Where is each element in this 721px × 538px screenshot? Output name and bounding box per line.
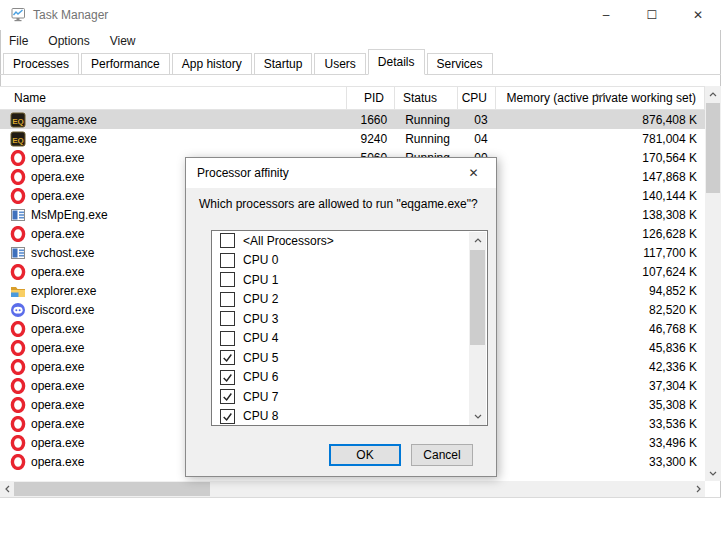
cpu-checkbox-item[interactable]: CPU 5 xyxy=(212,348,487,368)
cpu-checkbox-item[interactable]: CPU 0 xyxy=(212,251,487,271)
process-memory: 42,336 K xyxy=(498,360,705,374)
task-manager-window: Task Manager – ☐ ✕ FileOptionsView Proce… xyxy=(0,0,721,538)
horizontal-scrollbar[interactable] xyxy=(0,481,705,497)
process-memory: 107,624 K xyxy=(498,265,705,279)
process-memory: 46,768 K xyxy=(498,322,705,336)
checkbox[interactable] xyxy=(220,370,235,385)
process-memory: 35,308 K xyxy=(498,398,705,412)
tab-startup[interactable]: Startup xyxy=(254,53,313,74)
opera-icon xyxy=(10,454,26,470)
process-status: Running xyxy=(397,132,460,146)
checkbox[interactable] xyxy=(220,389,235,404)
horizontal-scroll-thumb[interactable] xyxy=(14,482,210,496)
cpu-checkbox-list: <All Processors> CPU 0 CPU 1 CPU 2 CPU 3… xyxy=(211,230,488,426)
opera-icon xyxy=(10,359,26,375)
processor-affinity-dialog: Processor affinity ✕ Which processors ar… xyxy=(185,157,497,477)
column-header-status[interactable]: Status xyxy=(395,87,458,109)
cpu-checkbox-item[interactable]: CPU 2 xyxy=(212,290,487,310)
checkbox[interactable] xyxy=(220,331,235,346)
opera-icon xyxy=(10,397,26,413)
tab-processes[interactable]: Processes xyxy=(3,53,79,74)
column-header-name[interactable]: Name xyxy=(0,87,347,109)
task-manager-icon xyxy=(10,7,26,23)
process-memory: 94,852 K xyxy=(498,284,705,298)
process-memory: 33,300 K xyxy=(498,455,705,469)
menu-view[interactable]: View xyxy=(100,32,146,50)
generic-app-icon xyxy=(10,245,26,261)
scroll-up-icon[interactable] xyxy=(705,86,721,102)
menu-options[interactable]: Options xyxy=(38,32,99,50)
eqgame-icon: EQ xyxy=(10,112,26,128)
process-memory: 117,700 K xyxy=(498,246,705,260)
window-title: Task Manager xyxy=(33,8,108,22)
dialog-message: Which processors are allowed to run "eqg… xyxy=(199,197,489,211)
sort-descending-icon xyxy=(595,87,605,92)
cpu-checkbox-item[interactable]: CPU 8 xyxy=(212,407,487,427)
vertical-scroll-thumb[interactable] xyxy=(706,103,720,193)
eqgame-icon: EQ xyxy=(10,131,26,147)
cpu-label: CPU 8 xyxy=(235,409,278,423)
column-header-cpu[interactable]: CPU xyxy=(458,87,496,109)
cpu-checkbox-item[interactable]: CPU 3 xyxy=(212,309,487,329)
opera-icon xyxy=(10,188,26,204)
dialog-title: Processor affinity xyxy=(197,166,289,180)
process-name: eqgame.exe xyxy=(26,132,350,146)
process-cpu: 04 xyxy=(460,132,498,146)
cpu-label: CPU 6 xyxy=(235,370,278,384)
opera-icon xyxy=(10,340,26,356)
vertical-scrollbar[interactable] xyxy=(705,86,721,481)
column-header-pid[interactable]: PID xyxy=(347,87,395,109)
cpu-items: <All Processors> CPU 0 CPU 1 CPU 2 CPU 3… xyxy=(212,231,487,426)
process-memory: 876,408 K xyxy=(498,113,705,127)
maximize-button[interactable]: ☐ xyxy=(629,0,675,30)
process-name: eqgame.exe xyxy=(26,113,350,127)
opera-icon xyxy=(10,226,26,242)
checkbox[interactable] xyxy=(220,233,235,248)
process-cpu: 03 xyxy=(460,113,498,127)
opera-icon xyxy=(10,416,26,432)
checkbox[interactable] xyxy=(220,350,235,365)
process-memory: 781,004 K xyxy=(498,132,705,146)
dialog-titlebar: Processor affinity ✕ xyxy=(186,158,496,188)
scroll-right-icon[interactable] xyxy=(691,481,705,497)
tab-app-history[interactable]: App history xyxy=(172,53,252,74)
process-memory: 170,564 K xyxy=(498,151,705,165)
cpu-checkbox-item[interactable]: CPU 6 xyxy=(212,368,487,388)
cpu-checkbox-item[interactable]: CPU 7 xyxy=(212,387,487,407)
process-memory: 147,868 K xyxy=(498,170,705,184)
cpu-checkbox-item[interactable]: CPU 4 xyxy=(212,329,487,349)
scroll-left-icon[interactable] xyxy=(0,481,14,497)
close-button[interactable]: ✕ xyxy=(675,0,721,30)
tab-details[interactable]: Details xyxy=(368,49,425,75)
checkbox[interactable] xyxy=(220,409,235,424)
opera-icon xyxy=(10,321,26,337)
checkbox[interactable] xyxy=(220,311,235,326)
cpu-checkbox-item[interactable]: CPU 1 xyxy=(212,270,487,290)
tab-performance[interactable]: Performance xyxy=(81,53,170,74)
checkbox[interactable] xyxy=(220,292,235,307)
process-row[interactable]: EQ eqgame.exe 9240 Running 04 781,004 K xyxy=(0,129,705,148)
cpu-list-scrollbar[interactable] xyxy=(469,232,486,425)
process-pid: 9240 xyxy=(350,132,398,146)
scroll-down-icon[interactable] xyxy=(705,465,721,481)
process-memory: 33,496 K xyxy=(498,436,705,450)
tab-users[interactable]: Users xyxy=(314,53,365,74)
scroll-down-icon[interactable] xyxy=(469,408,486,425)
checkbox[interactable] xyxy=(220,253,235,268)
minimize-button[interactable]: – xyxy=(583,0,629,30)
cpu-list-scroll-thumb[interactable] xyxy=(470,250,485,345)
opera-icon xyxy=(10,435,26,451)
process-row[interactable]: EQ eqgame.exe 1660 Running 03 876,408 K xyxy=(0,110,705,129)
cancel-button[interactable]: Cancel xyxy=(411,444,473,466)
svg-text:EQ: EQ xyxy=(12,135,24,144)
tab-strip: ProcessesPerformanceApp historyStartupUs… xyxy=(0,51,721,75)
ok-button[interactable]: OK xyxy=(329,444,401,466)
scroll-up-icon[interactable] xyxy=(469,232,486,249)
process-status: Running xyxy=(397,113,460,127)
tab-services[interactable]: Services xyxy=(427,53,493,74)
cpu-checkbox-item[interactable]: <All Processors> xyxy=(212,231,487,251)
cpu-label: CPU 5 xyxy=(235,351,278,365)
dialog-close-button[interactable]: ✕ xyxy=(451,158,496,188)
checkbox[interactable] xyxy=(220,272,235,287)
menu-file[interactable]: File xyxy=(0,32,38,50)
